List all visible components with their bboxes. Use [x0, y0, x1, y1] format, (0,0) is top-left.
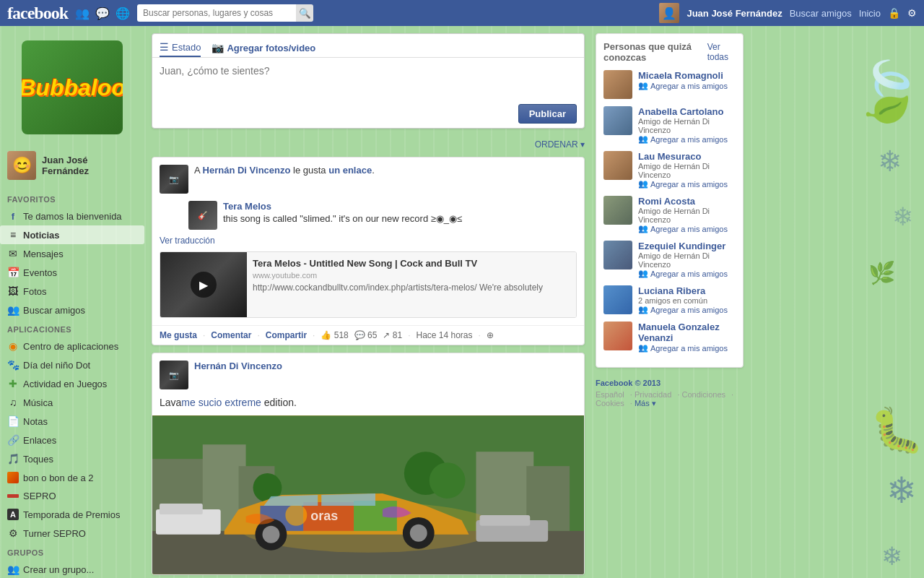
post-2-image[interactable]: oras	[152, 415, 584, 574]
sidebar-item-noticias[interactable]: ≡ Noticias	[0, 225, 144, 244]
sidebar-item-bienvenida[interactable]: f Te damos la bienvenida	[0, 207, 144, 225]
post-1-author-link[interactable]: Hernán Di Vincenzo	[203, 165, 291, 176]
sidebar-item-centro-apps[interactable]: ◉ Centro de aplicaciones	[0, 337, 144, 355]
sidebar-item-dia-nino[interactable]: 🐾 Día del niño Dot	[0, 355, 144, 374]
post-1-share-btn[interactable]: Compartir	[266, 330, 307, 340]
sidebar-item-buscar-amigos[interactable]: 👥 Buscar amigos	[0, 301, 144, 319]
person-name-manuela[interactable]: Manuela Gonzalez Venanzi	[638, 322, 736, 343]
aplicaciones-label: APLICACIONES	[0, 319, 144, 337]
publish-button[interactable]: Publicar	[518, 104, 577, 124]
post-1-meta: A Hernán Di Vincenzo le gusta un enlace.	[194, 165, 577, 177]
add-icon-luciana: 👥	[638, 305, 648, 314]
compose-tab-estado-label: Estado	[172, 42, 201, 53]
user-info[interactable]: 😊 Juan José Fernández	[0, 145, 144, 186]
person-name-ezequiel[interactable]: Ezequiel Kundinger	[638, 241, 736, 251]
sidebar-enlaces-label: Enlaces	[23, 435, 137, 446]
sidebar-item-crear-grupo[interactable]: 👥 Crear un grupo...	[0, 560, 144, 578]
post-1-like-btn[interactable]: Me gusta	[160, 330, 197, 340]
person-add-anabella[interactable]: 👥 Agregar a mis amigos	[638, 134, 736, 144]
person-name-romi[interactable]: Romi Acosta	[638, 196, 736, 207]
post-1-comment-count: 💬 65	[354, 330, 378, 340]
navbar-find-friends[interactable]: Buscar amigos	[790, 8, 852, 19]
sidebar-item-toques[interactable]: 🎵 Toques	[0, 449, 144, 468]
person-name-luciana[interactable]: Luciana Ribera	[638, 285, 736, 296]
ver-todas-link[interactable]: Ver todas	[707, 42, 736, 62]
compose-tab-fotos[interactable]: 📷 Agregar fotos/video	[212, 38, 315, 57]
order-link[interactable]: ORDENAR ▾	[535, 139, 585, 150]
enlaces-icon: 🔗	[7, 434, 19, 446]
post-translate[interactable]: Ver traducción	[152, 236, 584, 251]
person-name-anabella[interactable]: Anabella Cartolano	[638, 106, 736, 117]
footer-link-condiciones[interactable]: Condiciones	[682, 390, 726, 399]
sidebar-item-eventos[interactable]: 📅 Eventos	[0, 263, 144, 282]
sidebar-item-fotos[interactable]: 🖼 Fotos	[0, 282, 144, 301]
footer-link-privacidad[interactable]: Privacidad	[635, 390, 671, 399]
post-2-avatar: 📷	[160, 361, 188, 389]
post-1-comment-btn[interactable]: Comentar	[211, 330, 251, 340]
post-2-header: 📷 Hernán Di Vincenzo	[152, 353, 584, 397]
lock-icon[interactable]: 🔒	[888, 7, 900, 19]
post-card-2: 📷 Hernán Di Vincenzo Lavame sucio extrem…	[152, 353, 585, 575]
navbar-home[interactable]: Inicio	[859, 8, 881, 19]
search-button[interactable]: 🔍	[296, 4, 313, 22]
post-2-author-link[interactable]: Hernán Di Vincenzo	[194, 361, 282, 371]
notifications-icon[interactable]: 🌐	[116, 7, 130, 20]
navbar-brand[interactable]: facebook	[7, 4, 68, 23]
band-avatar: 🎸	[188, 201, 217, 230]
compose-tab-estado[interactable]: ☰ Estado	[160, 38, 201, 57]
sidebar-item-sepro[interactable]: SEPRO	[0, 487, 144, 505]
logo-text: Bubbaloo	[22, 74, 123, 101]
footer-link-espanol[interactable]: Español	[596, 390, 624, 399]
post-2-content: Lavame sucio extreme edition.	[152, 397, 584, 415]
person-name-lau[interactable]: Lau Mesuraco	[638, 151, 736, 162]
post-1-extra-icon: ⊕	[487, 330, 494, 340]
sidebar-item-mensajes[interactable]: ✉ Mensajes	[0, 244, 144, 263]
person-avatar-anabella	[603, 106, 632, 135]
post-1-prefix: A	[194, 165, 203, 176]
notas-icon: 📄	[7, 415, 19, 427]
person-add-romi[interactable]: 👥 Agregar a mis amigos	[638, 224, 736, 233]
add-icon-ezequiel: 👥	[638, 269, 648, 278]
svg-point-19	[410, 525, 427, 542]
compose-textarea[interactable]	[152, 58, 584, 98]
post-2-text-before: Lava	[160, 397, 181, 408]
people-card-title: Personas que quizá conozcas	[603, 41, 707, 63]
person-add-ezequiel[interactable]: 👥 Agregar a mis amigos	[638, 269, 736, 278]
play-button[interactable]: ▶	[191, 272, 217, 298]
person-name-micaela[interactable]: Micaela Romagnoli	[638, 70, 736, 81]
post-2-text-after: edition.	[264, 397, 297, 408]
sidebar-item-enlaces[interactable]: 🔗 Enlaces	[0, 431, 144, 449]
settings-icon[interactable]: ⚙	[907, 7, 917, 19]
user-name-line2: Fernández	[42, 165, 89, 176]
main-wrapper: Bubbaloo 😊 Juan José Fernández FAVORITOS…	[0, 0, 924, 578]
messages-icon[interactable]: 💬	[95, 7, 110, 20]
person-add-luciana[interactable]: 👥 Agregar a mis amigos	[638, 305, 736, 314]
post-1-meta-top: A Hernán Di Vincenzo le gusta un enlace.	[194, 165, 577, 176]
search-input[interactable]	[137, 4, 296, 22]
post-1-link[interactable]: un enlace	[328, 165, 372, 176]
sidebar-item-juegos[interactable]: ✚ Actividad en Juegos	[0, 374, 144, 393]
post-card-1: 📷 A Hernán Di Vincenzo le gusta un enlac…	[152, 157, 585, 345]
favoritos-label: FAVORITOS	[0, 189, 144, 207]
footer-brand[interactable]: Facebook © 2013	[596, 379, 744, 387]
sidebar-crear-grupo-label: Crear un grupo...	[23, 564, 137, 575]
person-add-manuela[interactable]: 👥 Agregar a mis amigos	[638, 343, 736, 353]
navbar-avatar: 👤	[659, 3, 679, 23]
navbar-username[interactable]: Juan José Fernández	[687, 8, 782, 19]
compose-tab-fotos-label: Agregar fotos/video	[227, 43, 315, 53]
facebook-small-icon: f	[7, 210, 19, 222]
sidebar-item-musica[interactable]: ♫ Música	[0, 393, 144, 412]
band-name[interactable]: Tera Melos	[223, 201, 462, 212]
sidebar-item-notas[interactable]: 📄 Notas	[0, 412, 144, 431]
footer-more-link[interactable]: Más ▾	[635, 399, 656, 407]
friends-icon[interactable]: 👥	[75, 7, 90, 20]
sidebar-item-bonbon[interactable]: bon o bon de a 2	[0, 468, 144, 487]
footer-link-cookies[interactable]: Cookies	[596, 399, 624, 407]
person-add-lau[interactable]: 👥 Agregar a mis amigos	[638, 179, 736, 189]
person-add-micaela[interactable]: 👥 Agregar a mis amigos	[638, 81, 736, 90]
sidebar-item-temporada[interactable]: A Temporada de Premios	[0, 505, 144, 524]
person-item-anabella: Anabella Cartolano Amigo de Hernán Di Vi…	[603, 106, 736, 144]
sidebar-sepro-label: SEPRO	[23, 491, 137, 501]
sidebar-item-turner[interactable]: ⚙ Turner SEPRO	[0, 524, 144, 543]
person-avatar-ezequiel	[603, 241, 632, 269]
